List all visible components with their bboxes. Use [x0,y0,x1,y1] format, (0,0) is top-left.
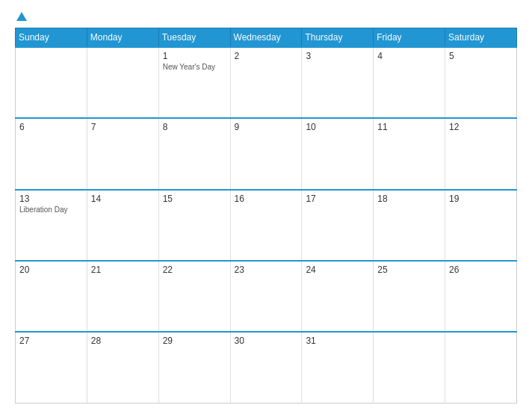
day-cell: 20 [16,261,87,332]
weekday-header-friday: Friday [374,28,445,48]
day-cell [16,47,87,118]
weekday-header-thursday: Thursday [302,28,374,48]
day-number: 24 [306,265,369,275]
day-number: 1 [163,51,226,61]
day-cell: 11 [374,118,445,189]
day-cell: 7 [87,118,158,189]
day-cell: 17 [302,190,374,261]
day-cell: 19 [445,190,517,261]
week-row-1: 1New Year's Day2345 [16,47,517,118]
day-number: 15 [163,194,226,204]
weekday-header-row: SundayMondayTuesdayWednesdayThursdayFrid… [16,28,517,48]
day-number: 8 [163,122,226,132]
day-number: 20 [19,265,83,275]
day-cell: 27 [16,332,87,403]
day-cell: 14 [87,190,158,261]
day-cell [87,47,158,118]
day-cell: 15 [158,190,230,261]
day-cell: 10 [302,118,374,189]
day-number: 28 [91,336,155,346]
day-number: 17 [306,194,369,204]
day-number: 19 [449,194,513,204]
day-cell: 24 [302,261,374,332]
weekday-header-sunday: Sunday [16,28,87,48]
day-number: 12 [449,122,513,132]
day-cell: 26 [445,261,517,332]
day-cell: 16 [230,190,302,261]
day-number: 22 [163,265,226,275]
day-cell: 1New Year's Day [158,47,230,118]
day-cell: 12 [445,118,517,189]
day-cell: 25 [374,261,445,332]
day-number: 25 [377,265,441,275]
day-cell: 30 [230,332,302,403]
weekday-header-tuesday: Tuesday [158,28,230,48]
day-cell: 5 [445,47,517,118]
day-number: 2 [235,51,298,61]
day-number: 9 [235,122,298,132]
day-number: 30 [235,336,298,346]
day-cell: 9 [230,118,302,189]
day-cell: 18 [374,190,445,261]
weekday-header-wednesday: Wednesday [230,28,302,48]
day-number: 31 [306,336,369,346]
day-cell [445,332,517,403]
day-cell: 8 [158,118,230,189]
day-number: 27 [19,336,83,346]
day-number: 29 [163,336,226,346]
holiday-label: New Year's Day [163,63,226,71]
week-row-4: 20212223242526 [16,261,517,332]
day-cell: 4 [374,47,445,118]
day-number: 7 [91,122,155,132]
day-number: 14 [91,194,155,204]
day-number: 21 [91,265,155,275]
day-cell: 29 [158,332,230,403]
day-cell: 22 [158,261,230,332]
holiday-label: Liberation Day [19,206,83,214]
calendar-page: SundayMondayTuesdayWednesdayThursdayFrid… [0,0,532,411]
weekday-header-monday: Monday [87,28,158,48]
day-cell: 28 [87,332,158,403]
calendar-table: SundayMondayTuesdayWednesdayThursdayFrid… [15,28,517,404]
day-number: 3 [306,51,369,61]
day-number: 18 [377,194,441,204]
logo [15,12,27,22]
day-cell: 13Liberation Day [16,190,87,261]
day-number: 4 [377,51,441,61]
day-number: 10 [306,122,369,132]
week-row-2: 6789101112 [16,118,517,189]
day-number: 11 [377,122,441,132]
day-cell: 31 [302,332,374,403]
day-number: 23 [235,265,298,275]
week-row-3: 13Liberation Day141516171819 [16,190,517,261]
day-cell: 3 [302,47,374,118]
day-number: 16 [235,194,298,204]
day-cell: 21 [87,261,158,332]
week-row-5: 2728293031 [16,332,517,403]
header [15,12,517,22]
day-cell: 6 [16,118,87,189]
weekday-header-saturday: Saturday [445,28,517,48]
day-cell: 2 [230,47,302,118]
day-number: 26 [449,265,513,275]
day-number: 6 [19,122,83,132]
logo-triangle-icon [16,12,27,21]
day-number: 13 [19,194,83,204]
day-cell: 23 [230,261,302,332]
day-cell [374,332,445,403]
day-number: 5 [449,51,513,61]
